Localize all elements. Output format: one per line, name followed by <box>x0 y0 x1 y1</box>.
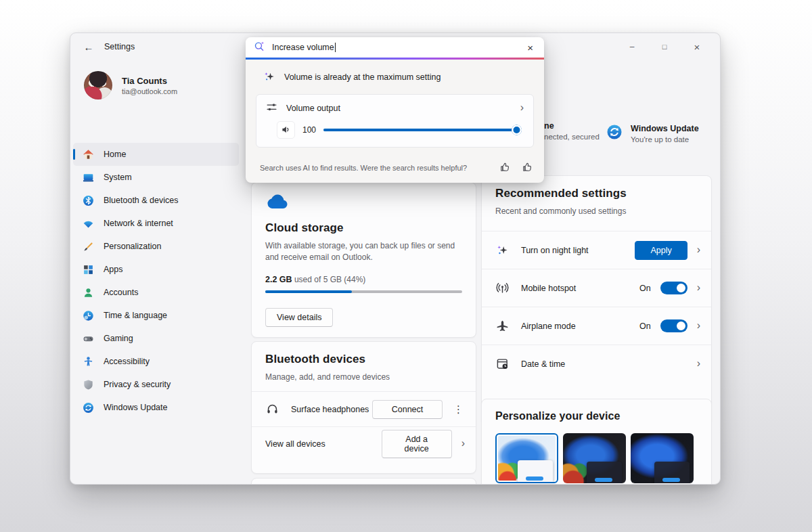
hotspot-toggle[interactable] <box>660 282 687 294</box>
sidebar: Tia Counts tia@outlook.com Home System B… <box>70 60 244 484</box>
clock-globe-icon <box>83 310 94 322</box>
search-close-icon[interactable]: × <box>524 42 536 53</box>
date-time-label: Date & time <box>521 359 565 369</box>
windows-update-title: Windows Update <box>631 124 699 133</box>
sidebar-item-bluetooth-devices[interactable]: Bluetooth & devices <box>73 189 239 212</box>
sidebar-item-home[interactable]: Home <box>73 143 239 166</box>
next-card-partial <box>251 478 476 485</box>
night-light-label: Turn on night light <box>521 246 589 255</box>
windows-update-icon <box>606 124 623 142</box>
search-gradient-underline <box>246 58 544 60</box>
mobile-hotspot-row[interactable]: Mobile hotspot On › <box>482 269 711 307</box>
home-icon <box>83 149 94 160</box>
search-flyout: Increase volume × Volume is already at t… <box>246 37 544 183</box>
chevron-right-icon[interactable]: › <box>520 102 524 114</box>
chevron-right-icon[interactable]: › <box>697 244 700 257</box>
sidebar-item-gaming[interactable]: Gaming <box>73 327 239 350</box>
back-button[interactable]: ← <box>80 39 97 55</box>
text-caret <box>335 43 336 52</box>
view-all-devices-row[interactable]: View all devices Add a device › <box>252 426 476 460</box>
more-options-icon[interactable]: ⋮ <box>452 403 465 416</box>
hotspot-icon <box>495 282 509 295</box>
sidebar-item-network-internet[interactable]: Network & internet <box>73 212 239 235</box>
hotspot-state: On <box>639 284 651 293</box>
bluetooth-icon <box>83 195 94 206</box>
volume-output-card[interactable]: Volume output › 100 <box>256 94 534 148</box>
date-time-row[interactable]: Date & time › <box>482 345 711 382</box>
view-all-devices-label: View all devices <box>265 439 325 449</box>
minimize-icon: – <box>630 42 635 51</box>
speaker-button[interactable] <box>277 121 295 139</box>
sidebar-item-privacy-security[interactable]: Privacy & security <box>73 373 239 396</box>
device-name: Surface headphones <box>291 405 369 414</box>
user-email: tia@outlook.com <box>122 87 177 95</box>
sidebar-item-system[interactable]: System <box>73 166 239 189</box>
paintbrush-icon <box>83 241 94 252</box>
network-status-card-partial[interactable]: ne nected, secured <box>544 121 600 141</box>
network-status-fragment: nected, secured <box>544 133 600 141</box>
thumbs-up-icon[interactable] <box>499 161 511 175</box>
sidebar-item-label: Bluetooth & devices <box>104 196 179 205</box>
bluetooth-devices-card: Bluetooth devices Manage, add, and remov… <box>251 341 476 474</box>
theme-thumbnail-light[interactable] <box>495 433 558 483</box>
sidebar-item-personalization[interactable]: Personalization <box>73 235 239 258</box>
sidebar-item-apps[interactable]: Apps <box>73 258 239 281</box>
sidebar-item-accessibility[interactable]: Accessibility <box>73 350 239 373</box>
avatar <box>84 71 112 99</box>
bluetooth-device-row[interactable]: Surface headphones Connect ⋮ <box>252 391 476 426</box>
add-device-button[interactable]: Add a device <box>382 430 452 458</box>
theme-thumbnail-dark[interactable] <box>563 433 626 483</box>
volume-slider[interactable] <box>323 129 517 131</box>
airplane-icon <box>495 319 509 333</box>
airplane-toggle[interactable] <box>660 319 687 332</box>
theme-thumbnail-darker[interactable] <box>631 433 694 483</box>
maximize-icon: □ <box>662 43 667 51</box>
user-profile[interactable]: Tia Counts tia@outlook.com <box>84 71 177 99</box>
close-button[interactable]: × <box>683 38 710 56</box>
sidebar-item-label: System <box>104 173 132 182</box>
chevron-right-icon[interactable]: › <box>697 320 700 332</box>
sidebar-item-label: Accessibility <box>104 357 150 366</box>
minimize-button[interactable]: – <box>618 38 646 56</box>
sidebar-item-accounts[interactable]: Accounts <box>73 281 239 304</box>
ai-sparkle-icon <box>263 70 275 85</box>
airplane-mode-label: Airplane mode <box>521 322 576 331</box>
maximize-button[interactable]: □ <box>651 38 678 56</box>
sidebar-item-label: Home <box>104 150 126 159</box>
search-input[interactable]: Increase volume <box>272 43 336 52</box>
accessibility-person-icon <box>83 356 94 368</box>
shield-icon <box>83 379 94 391</box>
close-icon: × <box>694 41 700 53</box>
view-details-button[interactable]: View details <box>265 308 333 327</box>
night-light-row[interactable]: Turn on night light Apply › <box>482 231 711 269</box>
airplane-mode-row[interactable]: Airplane mode On › <box>482 307 711 345</box>
wifi-icon <box>83 218 94 229</box>
apply-button[interactable]: Apply <box>635 241 687 260</box>
apps-grid-icon <box>83 264 94 275</box>
recommended-subtitle: Recent and commonly used settings <box>495 206 698 217</box>
thumbs-down-icon[interactable] <box>522 161 533 175</box>
sidebar-item-label: Privacy & security <box>104 380 171 389</box>
chevron-right-icon[interactable]: › <box>461 438 465 450</box>
sidebar-item-time-language[interactable]: Time & language <box>73 304 239 327</box>
volume-slider-thumb[interactable] <box>512 125 522 135</box>
chevron-right-icon[interactable]: › <box>697 282 700 294</box>
bluetooth-title: Bluetooth devices <box>265 353 462 366</box>
sidebar-item-label: Network & internet <box>104 219 173 228</box>
windows-update-status-card[interactable]: Windows Update You're up to date <box>606 124 699 143</box>
volume-mixer-icon <box>266 102 277 115</box>
sidebar-item-label: Windows Update <box>104 403 168 412</box>
connect-button[interactable]: Connect <box>372 400 443 419</box>
personalize-title: Personalize your device <box>495 410 698 422</box>
airplane-state: On <box>639 322 651 331</box>
back-arrow-icon: ← <box>84 41 94 53</box>
recommended-settings-card: Recommended settings Recent and commonly… <box>481 175 712 425</box>
update-icon <box>83 402 94 414</box>
windows-update-status: You're up to date <box>631 135 699 143</box>
bluetooth-subtitle: Manage, add, and remove devices <box>265 372 462 383</box>
calendar-clock-icon <box>495 357 509 371</box>
search-bar[interactable]: Increase volume × <box>246 37 544 58</box>
chevron-right-icon[interactable]: › <box>697 358 700 370</box>
sidebar-item-windows-update[interactable]: Windows Update <box>73 396 239 419</box>
sidebar-nav: Home System Bluetooth & devices Network … <box>73 143 239 419</box>
